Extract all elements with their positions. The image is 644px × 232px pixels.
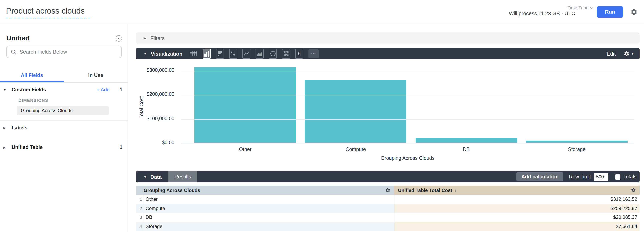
caret-right-icon: ▶ — [3, 146, 9, 149]
tab-results[interactable]: Results — [168, 171, 197, 182]
line-chart-icon — [244, 51, 249, 57]
table-row: 2Compute$259,225.87 — [136, 204, 640, 213]
map-icon — [283, 51, 289, 57]
caret-down-icon: ▼ — [3, 88, 9, 91]
area-chart-icon — [257, 51, 262, 57]
viz-type-column-button[interactable] — [203, 49, 211, 58]
viz-type-map-button[interactable] — [282, 49, 290, 58]
bar-chart: Total Cost $300,000.00$200,000.00$100,00… — [136, 59, 640, 171]
explore-page: Product across clouds Time Zone Will pro… — [0, 0, 644, 232]
caret-down-icon: ▼ — [631, 52, 634, 55]
y-axis-tick-label: $200,000.00 — [136, 91, 174, 97]
dimension-cell[interactable]: DB — [144, 213, 394, 222]
search-icon — [11, 49, 16, 55]
gridline — [181, 95, 634, 95]
row-number: 2 — [136, 204, 144, 213]
table-row: 4Storage$7,661.64 — [136, 222, 640, 231]
dimension-cell[interactable]: Storage — [144, 222, 394, 231]
edit-visualization-button[interactable]: Edit — [606, 51, 616, 57]
row-number: 3 — [136, 213, 144, 222]
row-limit-label: Row Limit — [569, 174, 591, 179]
table-chart-icon — [190, 51, 196, 57]
field-search — [6, 46, 122, 58]
table-header-row: Grouping Across Clouds Unified Table Tot… — [136, 185, 640, 195]
measure-cell[interactable]: $259,225.87 — [394, 204, 640, 213]
caret-right-icon: ▶ — [144, 36, 146, 40]
viz-type-single-value-button[interactable]: 6 — [295, 49, 303, 58]
x-axis-category-label: DB — [411, 147, 522, 152]
x-axis-labels: OtherComputeDBStorage — [190, 147, 632, 152]
measure-cell[interactable]: $312,163.52 — [394, 195, 640, 204]
sidebar-tabs: All Fields In Use — [0, 69, 128, 82]
viz-type-line-button[interactable] — [242, 49, 250, 58]
top-header: Product across clouds Time Zone Will pro… — [0, 0, 644, 24]
measure-column-header[interactable]: Unified Table Total Cost ↓ — [394, 185, 640, 195]
x-axis-line — [181, 143, 634, 144]
explore-settings-gear-icon[interactable] — [630, 8, 638, 16]
section-custom-fields[interactable]: ▼ Custom Fields + Add 1 — [0, 82, 128, 97]
main-content: ▶ Filters ▼ Visualization — [128, 24, 644, 232]
x-axis-category-label: Compute — [300, 147, 411, 152]
visualization-section-header: ▼ Visualization — [136, 48, 640, 59]
add-custom-field-button[interactable]: + Add — [96, 87, 110, 92]
chart-type-picker: 6 ••• — [189, 48, 319, 59]
y-axis-tick-label: $300,000.00 — [136, 67, 174, 73]
viz-type-scatter-button[interactable] — [229, 49, 237, 58]
tab-in-use[interactable]: In Use — [64, 69, 128, 82]
filters-section-header[interactable]: ▶ Filters — [136, 33, 640, 44]
search-input[interactable] — [20, 49, 117, 55]
custom-fields-count-badge: 1 — [119, 87, 122, 92]
x-axis-category-label: Storage — [522, 147, 632, 152]
row-number: 1 — [136, 195, 144, 204]
ellipsis-icon: ••• — [311, 52, 316, 55]
time-zone-selector[interactable]: Time Zone — [568, 5, 592, 10]
view-name: Unified — [6, 35, 30, 43]
totals-checkbox[interactable] — [616, 174, 620, 179]
row-number: 4 — [136, 222, 144, 231]
dimension-column-gear-icon[interactable] — [385, 187, 390, 193]
gridline — [181, 120, 634, 120]
tab-all-fields[interactable]: All Fields — [0, 69, 64, 82]
dimension-cell[interactable]: Compute — [144, 204, 394, 213]
scatter-plot-icon — [230, 51, 236, 57]
dimension-column-header[interactable]: Grouping Across Clouds — [136, 185, 394, 195]
pie-chart-icon — [270, 51, 276, 57]
results-table: Grouping Across Clouds Unified Table Tot… — [136, 185, 640, 231]
viz-type-bar-button[interactable] — [216, 49, 224, 58]
section-labels[interactable]: ▶ Labels — [0, 121, 128, 135]
bar-compute[interactable] — [305, 80, 406, 143]
viz-type-pie-button[interactable] — [269, 49, 277, 58]
page-title[interactable]: Product across clouds — [6, 5, 90, 19]
single-value-icon: 6 — [298, 51, 300, 57]
caret-down-icon: ▼ — [144, 175, 147, 178]
run-button[interactable]: Run — [597, 6, 623, 18]
more-chart-types-button[interactable]: ••• — [308, 49, 319, 58]
measure-column-gear-icon[interactable] — [631, 187, 636, 193]
data-section-toggle[interactable]: ▼ Data — [136, 171, 168, 182]
viz-type-area-button[interactable] — [256, 49, 264, 58]
collapse-sidebar-icon[interactable]: ‹ — [116, 35, 122, 42]
totals-label: Totals — [624, 174, 636, 179]
x-axis-category-label: Other — [190, 147, 300, 152]
field-grouping-across-clouds[interactable]: Grouping Across Clouds — [17, 106, 109, 115]
time-zone-label: Time Zone — [568, 5, 588, 10]
row-limit-input[interactable] — [594, 173, 608, 180]
chevron-down-icon — [590, 6, 593, 9]
plot-area — [181, 71, 634, 144]
visualization-settings[interactable]: ▼ — [624, 51, 634, 57]
section-unified-table[interactable]: ▶ Unified Table 1 — [0, 140, 128, 155]
dimension-cell[interactable]: Other — [144, 195, 394, 204]
bars-container — [190, 65, 632, 143]
y-axis-tick-label: $0.00 — [136, 140, 174, 146]
sort-descending-icon: ↓ — [454, 188, 456, 192]
bar-db[interactable] — [416, 138, 517, 143]
viz-type-table-button[interactable] — [189, 49, 198, 58]
dimensions-group-label: DIMENSIONS — [18, 98, 128, 102]
bar-other[interactable] — [194, 67, 296, 143]
caret-down-icon[interactable]: ▼ — [144, 52, 147, 56]
measure-cell[interactable]: $7,661.64 — [394, 222, 640, 231]
bar-storage[interactable] — [526, 141, 628, 143]
add-calculation-button[interactable]: Add calculation — [516, 172, 564, 181]
field-picker-sidebar: Unified ‹ All Fields In Use ▼ Custom Fie… — [0, 24, 128, 232]
measure-cell[interactable]: $20,085.37 — [394, 213, 640, 222]
